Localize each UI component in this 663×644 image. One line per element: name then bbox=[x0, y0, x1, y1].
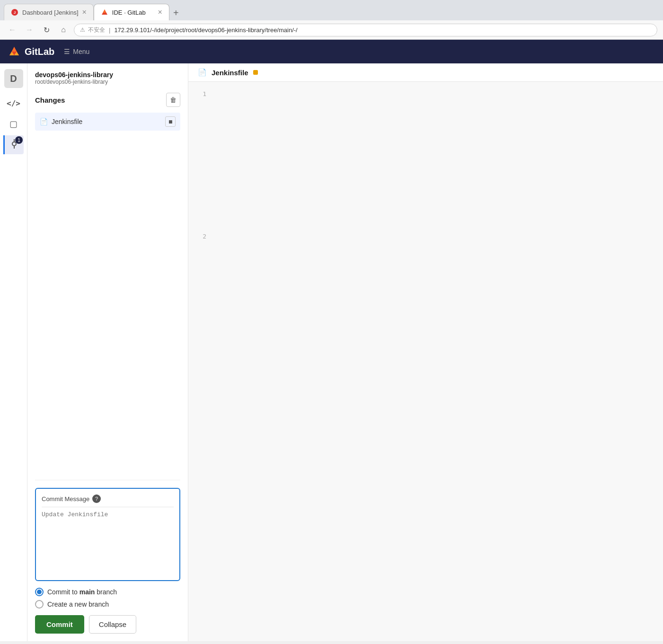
radio-main[interactable] bbox=[35, 588, 44, 596]
svg-marker-3 bbox=[103, 9, 106, 13]
browser-toolbar: ← → ↻ ⌂ ⚠ 不安全 | 172.29.9.101/-/ide/proje… bbox=[0, 20, 663, 40]
list-item[interactable]: 📄 Jenkinsfile ⏹ bbox=[35, 113, 180, 131]
reload-button[interactable]: ↻ bbox=[40, 23, 53, 36]
commit-message-box: Commit Message ? bbox=[35, 488, 180, 581]
line-number-1: 1 bbox=[194, 89, 206, 99]
gitlab-logo-text: GitLab bbox=[25, 46, 54, 57]
changes-header: Changes 🗑 bbox=[35, 93, 180, 107]
commit-badge: 1 bbox=[15, 136, 23, 144]
collapse-button[interactable]: Collapse bbox=[89, 615, 136, 634]
commit-section: Commit Message ? Commit to main branch bbox=[35, 480, 180, 634]
branch-name-bold: main bbox=[80, 588, 95, 596]
menu-label: Menu bbox=[73, 48, 89, 55]
browser-chrome: J Dashboard [Jenkins] × IDE · GitLab × +… bbox=[0, 0, 663, 40]
file-discard-button[interactable]: ⏹ bbox=[165, 116, 176, 127]
commit-actions: Commit Collapse bbox=[35, 615, 180, 634]
new-tab-button[interactable]: + bbox=[169, 6, 183, 19]
browser-tab-jenkins[interactable]: J Dashboard [Jenkins] × bbox=[4, 4, 94, 20]
editor-area: 📄 Jenkinsfile 1 2 bbox=[188, 63, 663, 641]
project-info: devops06-jenkins-library root/devops06-j… bbox=[35, 71, 180, 85]
forward-button[interactable]: → bbox=[23, 23, 36, 36]
sidebar-icon-file[interactable]: ▢ bbox=[4, 115, 23, 133]
tab-close-jenkins[interactable]: × bbox=[82, 8, 87, 17]
changes-title: Changes bbox=[35, 96, 65, 104]
project-avatar: D bbox=[4, 69, 23, 88]
changes-panel: devops06-jenkins-library root/devops06-j… bbox=[27, 63, 188, 641]
commit-message-input[interactable] bbox=[42, 511, 174, 573]
address-bar[interactable]: ⚠ 不安全 | 172.29.9.101/-/ide/project/root/… bbox=[74, 24, 657, 36]
browser-tabs: J Dashboard [Jenkins] × IDE · GitLab × + bbox=[0, 0, 663, 20]
line-numbers: 1 2 bbox=[188, 82, 212, 641]
tab-close-gitlab[interactable]: × bbox=[158, 8, 162, 17]
file-icon: ▢ bbox=[9, 119, 18, 129]
branch-option-main-label: Commit to main branch bbox=[47, 588, 117, 596]
branch-option-new[interactable]: Create a new branch bbox=[35, 600, 180, 609]
file-stop-icon: ⏹ bbox=[168, 119, 173, 124]
main-content: D </> ▢ 1 bbox=[0, 63, 663, 641]
project-path: root/devops06-jenkins-library bbox=[35, 79, 180, 85]
icon-sidebar: D </> ▢ 1 bbox=[0, 63, 27, 641]
menu-icon: ☰ bbox=[64, 48, 70, 55]
code-editor[interactable] bbox=[212, 82, 663, 641]
back-button[interactable]: ← bbox=[6, 23, 19, 36]
file-list: 📄 Jenkinsfile ⏹ bbox=[35, 113, 180, 131]
tab-title-jenkins: Dashboard [Jenkins] bbox=[22, 9, 79, 16]
commit-message-label-text: Commit Message bbox=[42, 495, 89, 503]
gitlab-navbar: GitLab ☰ Menu bbox=[0, 40, 663, 63]
jenkins-favicon-icon: J bbox=[11, 9, 18, 16]
commit-message-label-row: Commit Message ? bbox=[42, 494, 174, 507]
address-text: 172.29.9.101/-/ide/project/root/devops06… bbox=[114, 26, 651, 34]
gitlab-app: GitLab ☰ Menu D </> ▢ bbox=[0, 40, 663, 641]
tab-title-gitlab: IDE · GitLab bbox=[112, 9, 154, 16]
security-icon: ⚠ bbox=[80, 26, 85, 33]
editor-content: 1 2 bbox=[188, 82, 663, 641]
browser-tab-gitlab[interactable]: IDE · GitLab × bbox=[94, 4, 169, 20]
radio-new[interactable] bbox=[35, 600, 44, 609]
svg-marker-5 bbox=[12, 47, 17, 52]
svg-text:J: J bbox=[14, 10, 16, 15]
gitlab-logo: GitLab bbox=[8, 45, 54, 58]
menu-button[interactable]: ☰ Menu bbox=[64, 48, 89, 55]
file-name: Jenkinsfile bbox=[52, 118, 161, 125]
trash-icon: 🗑 bbox=[170, 96, 177, 104]
sidebar-icon-commit[interactable]: 1 bbox=[3, 135, 24, 154]
editor-modified-dot bbox=[253, 70, 258, 75]
gitlab-favicon-icon bbox=[101, 9, 108, 16]
commit-button[interactable]: Commit bbox=[35, 615, 84, 634]
file-document-icon: 📄 bbox=[40, 118, 48, 125]
editor-header: 📄 Jenkinsfile bbox=[188, 63, 663, 82]
home-button[interactable]: ⌂ bbox=[57, 23, 70, 36]
branch-option-main[interactable]: Commit to main branch bbox=[35, 588, 180, 596]
discard-all-button[interactable]: 🗑 bbox=[166, 93, 180, 107]
branch-option-new-label: Create a new branch bbox=[47, 600, 109, 608]
editor-file-icon: 📄 bbox=[198, 68, 207, 77]
sidebar-icon-code[interactable]: </> bbox=[4, 94, 23, 113]
project-name: devops06-jenkins-library bbox=[35, 71, 180, 79]
gitlab-logo-icon bbox=[8, 45, 21, 58]
editor-filename: Jenkinsfile bbox=[212, 69, 248, 77]
code-icon: </> bbox=[7, 99, 20, 108]
line-number-2: 2 bbox=[194, 232, 206, 242]
security-label: 不安全 bbox=[88, 26, 105, 34]
help-icon[interactable]: ? bbox=[92, 494, 101, 503]
